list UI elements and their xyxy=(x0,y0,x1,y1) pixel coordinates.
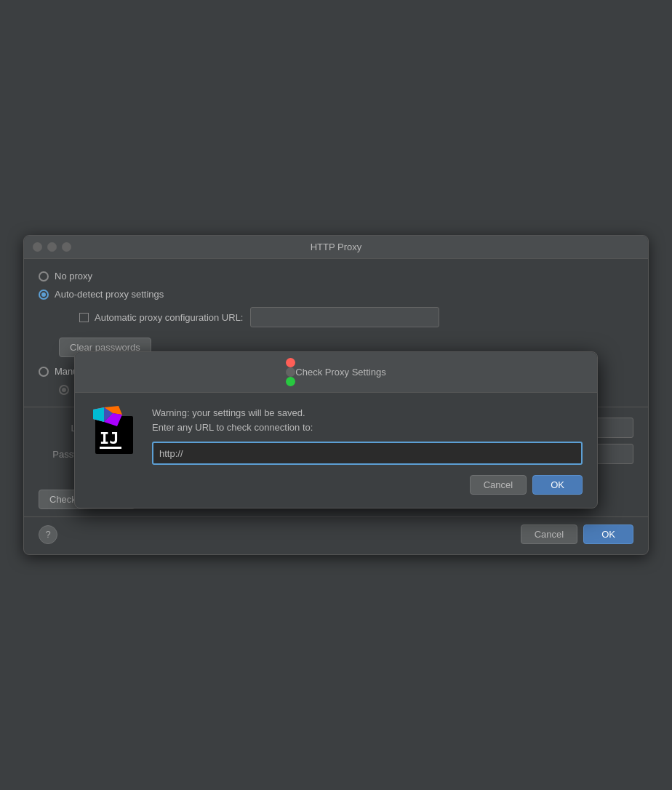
auto-detect-radio[interactable] xyxy=(39,290,49,300)
auto-detect-row[interactable]: Auto-detect proxy settings xyxy=(39,289,633,300)
svg-rect-2 xyxy=(100,447,121,449)
no-proxy-label: No proxy xyxy=(55,271,92,282)
auto-config-checkbox-row[interactable]: Automatic proxy configuration URL: xyxy=(79,312,243,323)
dialog-close-button[interactable] xyxy=(286,358,295,367)
dialog-content: IJ xyxy=(75,393,597,508)
url-check-input[interactable] xyxy=(152,442,583,465)
maximize-button-inactive xyxy=(62,242,71,252)
no-proxy-row[interactable]: No proxy xyxy=(39,271,633,282)
warning-line1: Warning: your settings will be saved. xyxy=(152,407,305,418)
bottom-bar: ? Cancel OK xyxy=(24,516,648,554)
ok-button[interactable]: OK xyxy=(583,524,633,544)
close-button-inactive xyxy=(33,242,42,252)
dialog-cancel-button[interactable]: Cancel xyxy=(470,475,527,495)
check-proxy-dialog-container: Check Proxy Settings IJ xyxy=(74,351,598,508)
ij-logo: IJ xyxy=(89,406,140,457)
auto-config-url-input[interactable] xyxy=(250,307,439,327)
dialog-text-area: Warning: your settings will be saved. En… xyxy=(152,406,583,465)
dialog-buttons: Cancel OK xyxy=(89,475,583,495)
cancel-button[interactable]: Cancel xyxy=(521,524,577,544)
auto-config-url-row: Automatic proxy configuration URL: xyxy=(79,307,633,327)
traffic-lights xyxy=(33,242,71,252)
minimize-button-inactive xyxy=(47,242,57,252)
http-radio[interactable] xyxy=(59,385,69,395)
dialog-title: Check Proxy Settings xyxy=(295,367,385,378)
manual-proxy-radio[interactable] xyxy=(39,367,49,377)
dialog-minimize-button xyxy=(286,367,295,377)
http-proxy-title-bar: HTTP Proxy xyxy=(24,236,648,259)
auto-config-label: Automatic proxy configuration URL: xyxy=(95,312,243,323)
dialog-body: IJ xyxy=(89,406,583,465)
svg-text:IJ: IJ xyxy=(100,429,119,447)
dialog-warning: Warning: your settings will be saved. En… xyxy=(152,406,583,434)
bottom-buttons: Cancel OK xyxy=(521,524,633,544)
dialog-title-bar: Check Proxy Settings xyxy=(75,352,597,393)
dialog-traffic-lights xyxy=(286,358,295,386)
dialog-ok-button[interactable]: OK xyxy=(532,475,583,495)
no-proxy-radio[interactable] xyxy=(39,271,49,282)
dialog-maximize-button[interactable] xyxy=(286,377,295,386)
http-proxy-title: HTTP Proxy xyxy=(311,242,362,252)
auto-detect-label: Auto-detect proxy settings xyxy=(55,289,164,300)
auto-config-checkbox[interactable] xyxy=(79,313,89,322)
svg-marker-6 xyxy=(93,407,104,422)
check-proxy-dialog: Check Proxy Settings IJ xyxy=(74,351,598,508)
warning-line2: Enter any URL to check connection to: xyxy=(152,422,313,433)
help-button[interactable]: ? xyxy=(39,525,57,544)
